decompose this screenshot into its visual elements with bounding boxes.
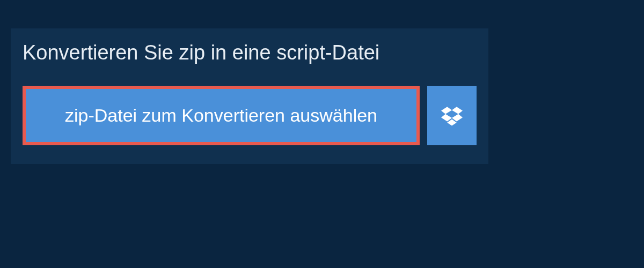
dropbox-icon	[441, 105, 463, 126]
select-file-button-label: zip-Datei zum Konvertieren auswählen	[65, 105, 377, 126]
svg-marker-3	[452, 114, 463, 121]
select-file-button[interactable]: zip-Datei zum Konvertieren auswählen	[23, 86, 420, 145]
dropbox-button[interactable]	[427, 86, 477, 145]
svg-marker-0	[441, 107, 452, 114]
page-title: Konvertieren Sie zip in eine script-Date…	[11, 28, 488, 86]
svg-marker-1	[452, 107, 463, 114]
svg-marker-2	[441, 114, 452, 121]
button-row: zip-Datei zum Konvertieren auswählen	[11, 86, 488, 145]
converter-panel: Konvertieren Sie zip in eine script-Date…	[11, 28, 488, 164]
